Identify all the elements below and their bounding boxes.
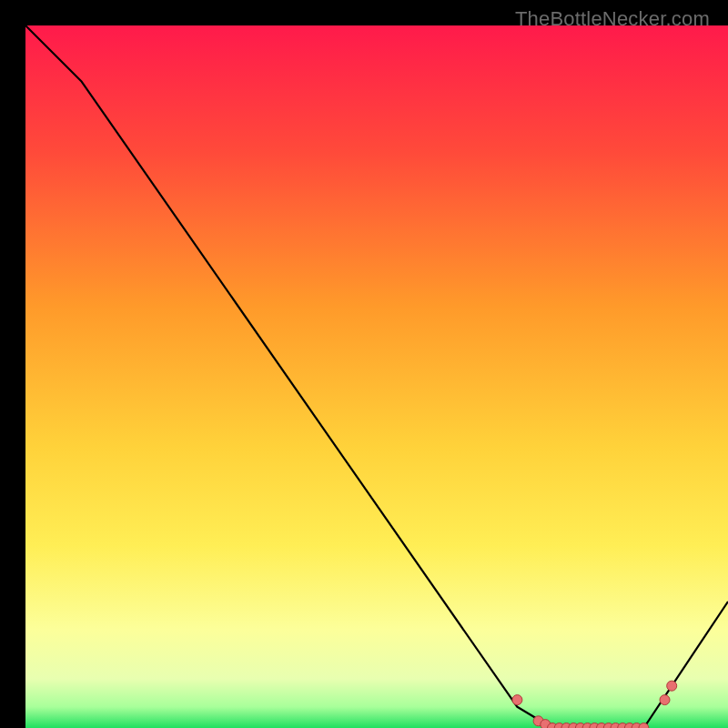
marker-point (660, 695, 670, 705)
marker-point (667, 681, 677, 691)
attribution-label: TheBottleNecker.com (515, 7, 710, 31)
bottleneck-chart (25, 25, 728, 728)
marker-point (512, 695, 522, 705)
gradient-background (25, 25, 728, 728)
chart-frame (13, 13, 715, 715)
